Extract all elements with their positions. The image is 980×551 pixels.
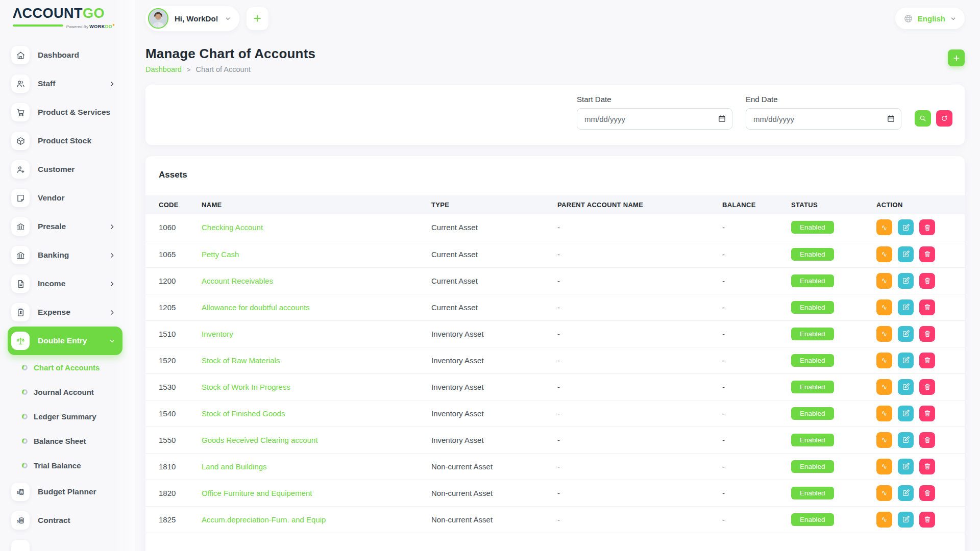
account-name-link[interactable]: Inventory bbox=[202, 330, 233, 338]
transaction-summary-button[interactable] bbox=[876, 406, 892, 421]
quick-add-button[interactable] bbox=[247, 7, 268, 30]
page-title: Manage Chart of Accounts bbox=[145, 46, 315, 62]
account-name-link[interactable]: Office Furniture and Equipement bbox=[202, 489, 312, 497]
sidebar-item-vendor[interactable]: Vendor bbox=[8, 184, 122, 212]
account-name-link[interactable]: Accum.depreciation-Furn. and Equip bbox=[202, 515, 326, 524]
delete-button[interactable] bbox=[919, 432, 935, 448]
account-name-link[interactable]: Allowance for doubtful accounts bbox=[202, 303, 310, 312]
transaction-summary-button[interactable] bbox=[876, 459, 892, 474]
edit-button[interactable] bbox=[898, 512, 914, 528]
delete-button[interactable] bbox=[919, 246, 935, 262]
status-badge: Enabled bbox=[791, 274, 834, 287]
sidebar-item-banking[interactable]: Banking bbox=[8, 241, 122, 269]
delete-button[interactable] bbox=[919, 299, 935, 315]
account-name-link[interactable]: Stock of Raw Materials bbox=[202, 356, 280, 365]
edit-button[interactable] bbox=[898, 326, 914, 342]
create-account-button[interactable] bbox=[948, 49, 965, 66]
transaction-summary-button[interactable] bbox=[876, 299, 892, 315]
edit-pencil-icon bbox=[902, 515, 910, 523]
brand-logo[interactable]: ΛCCOUNTGO Powered By WORKDO● bbox=[8, 6, 115, 29]
transaction-summary-button[interactable] bbox=[876, 246, 892, 262]
bank-icon bbox=[11, 217, 30, 236]
chevron-right-icon bbox=[109, 309, 115, 316]
sidebar-item-staff[interactable]: Staff bbox=[8, 69, 122, 98]
edit-button[interactable] bbox=[898, 432, 914, 448]
sidebar-item-partial[interactable] bbox=[8, 535, 122, 551]
table-body: 1060 Checking Account Current Asset - - … bbox=[145, 214, 965, 533]
sidebar-item-ledger-summary[interactable]: Ledger Summary bbox=[8, 404, 135, 429]
transaction-summary-button[interactable] bbox=[876, 219, 892, 235]
delete-button[interactable] bbox=[919, 406, 935, 421]
trash-icon bbox=[923, 436, 932, 444]
row-actions bbox=[876, 379, 960, 395]
status-badge: Enabled bbox=[791, 487, 834, 499]
sidebar-item-dashboard[interactable]: Dashboard bbox=[8, 41, 122, 69]
start-date-label: Start Date bbox=[577, 95, 732, 104]
breadcrumb-dashboard-link[interactable]: Dashboard bbox=[145, 65, 182, 73]
sidebar-item-label: Dashboard bbox=[38, 51, 79, 60]
package-icon bbox=[11, 132, 30, 150]
home-icon bbox=[11, 46, 30, 64]
chevron-right-icon bbox=[109, 223, 115, 230]
edit-pencil-icon bbox=[902, 277, 910, 285]
chevron-down-icon bbox=[109, 338, 115, 344]
edit-button[interactable] bbox=[898, 273, 914, 289]
edit-button[interactable] bbox=[898, 246, 914, 262]
sidebar-item-label: Double Entry bbox=[38, 336, 87, 345]
user-menu[interactable]: Hi, WorkDo! bbox=[145, 6, 239, 31]
sidebar-item-budget-planner[interactable]: $ Budget Planner bbox=[8, 478, 122, 506]
cell-type: Non-current Asset bbox=[431, 506, 557, 533]
delete-button[interactable] bbox=[919, 512, 935, 528]
search-icon bbox=[919, 114, 927, 122]
sidebar-item-income[interactable]: Income bbox=[8, 269, 122, 298]
delete-button[interactable] bbox=[919, 379, 935, 395]
transaction-summary-button[interactable] bbox=[876, 273, 892, 289]
sidebar-item-presale[interactable]: Presale bbox=[8, 212, 122, 241]
transaction-summary-button[interactable] bbox=[876, 432, 892, 448]
account-name-link[interactable]: Stock of Work In Progress bbox=[202, 383, 290, 391]
reset-filter-button[interactable] bbox=[936, 110, 952, 127]
cell-code: 1510 bbox=[145, 320, 202, 347]
sidebar-item-customer[interactable]: Customer bbox=[8, 155, 122, 184]
powered-by-text: Powered By WORKDO● bbox=[66, 22, 115, 29]
delete-button[interactable] bbox=[919, 353, 935, 368]
sidebar-item-contract[interactable]: $ Contract bbox=[8, 506, 122, 535]
sidebar-item-balance-sheet[interactable]: Balance Sheet bbox=[8, 429, 135, 453]
delete-button[interactable] bbox=[919, 326, 935, 342]
sidebar-item-expense[interactable]: Expense bbox=[8, 298, 122, 327]
sidebar-item-product-stock[interactable]: Product Stock bbox=[8, 127, 122, 155]
edit-button[interactable] bbox=[898, 353, 914, 368]
edit-button[interactable] bbox=[898, 459, 914, 474]
sidebar-item-chart-of-accounts[interactable]: Chart of Accounts bbox=[8, 355, 135, 380]
sidebar-item-trial-balance[interactable]: Trial Balance bbox=[8, 453, 135, 478]
sidebar-item-journal-account[interactable]: Journal Account bbox=[8, 380, 135, 404]
apply-filter-button[interactable] bbox=[915, 110, 931, 127]
delete-button[interactable] bbox=[919, 459, 935, 474]
transaction-summary-button[interactable] bbox=[876, 485, 892, 501]
wave-icon bbox=[880, 515, 889, 523]
account-name-link[interactable]: Account Receivables bbox=[202, 277, 273, 285]
sidebar-item-double-entry[interactable]: Double Entry bbox=[8, 327, 122, 355]
transaction-summary-button[interactable] bbox=[876, 379, 892, 395]
sidebar-item-product-services[interactable]: Product & Services bbox=[8, 98, 122, 127]
transaction-summary-button[interactable] bbox=[876, 326, 892, 342]
transaction-summary-button[interactable] bbox=[876, 353, 892, 368]
account-name-link[interactable]: Goods Received Clearing account bbox=[202, 436, 318, 444]
start-date-input[interactable] bbox=[577, 108, 732, 130]
account-name-link[interactable]: Land and Buildings bbox=[202, 462, 267, 471]
edit-button[interactable] bbox=[898, 406, 914, 421]
delete-button[interactable] bbox=[919, 219, 935, 235]
edit-button[interactable] bbox=[898, 379, 914, 395]
column-header-parent: PARENT ACCOUNT NAME bbox=[557, 195, 722, 214]
edit-button[interactable] bbox=[898, 219, 914, 235]
account-name-link[interactable]: Checking Account bbox=[202, 223, 263, 232]
edit-button[interactable] bbox=[898, 485, 914, 501]
edit-button[interactable] bbox=[898, 299, 914, 315]
delete-button[interactable] bbox=[919, 273, 935, 289]
language-selector[interactable]: English bbox=[895, 8, 965, 29]
end-date-input[interactable] bbox=[746, 108, 901, 130]
account-name-link[interactable]: Petty Cash bbox=[202, 250, 239, 259]
transaction-summary-button[interactable] bbox=[876, 512, 892, 528]
account-name-link[interactable]: Stock of Finished Goods bbox=[202, 409, 285, 418]
delete-button[interactable] bbox=[919, 485, 935, 501]
